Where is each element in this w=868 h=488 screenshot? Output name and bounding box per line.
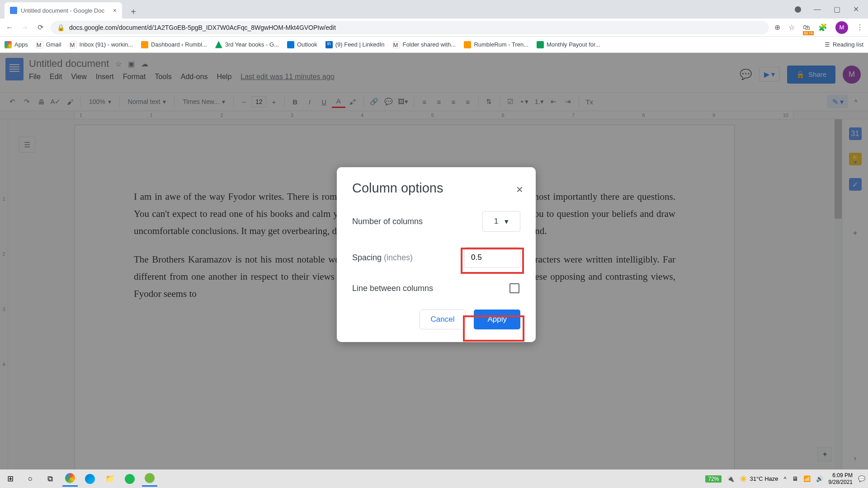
bookmark-item[interactable]: Apps <box>5 41 28 48</box>
line-between-checkbox[interactable] <box>509 283 519 293</box>
bookmark-item[interactable]: MInbox (91) - workin... <box>70 41 133 48</box>
tab-title: Untitled document - Google Doc <box>21 7 104 14</box>
star-icon[interactable]: ☆ <box>788 23 795 32</box>
dialog-title: Column options <box>352 181 520 196</box>
chrome-icon[interactable] <box>62 471 78 487</box>
account-indicator-icon[interactable] <box>795 6 801 13</box>
extensions-icon[interactable]: 🧩 <box>818 23 827 32</box>
url-input[interactable]: 🔒 docs.google.com/document/d/1A2TGoEB-5p… <box>51 21 769 34</box>
windows-taskbar: ⊞ ○ ⧉ 📁 72% 🔌 ☀️31°C Haze ^ 🖥 📶 🔊 6:09 P… <box>0 469 868 488</box>
maximize-icon[interactable]: ▢ <box>834 5 840 14</box>
display-icon[interactable]: 🖥 <box>792 475 798 482</box>
charging-icon: 🔌 <box>727 475 734 482</box>
spacing-input[interactable] <box>464 247 520 268</box>
line-between-label: Line between columns <box>352 284 433 293</box>
bookmark-item[interactable]: MFolder shared with... <box>393 41 456 48</box>
wifi-icon[interactable]: 📶 <box>803 475 811 482</box>
bookmark-item[interactable]: Outlook <box>287 41 317 48</box>
bookmark-item[interactable]: 3rd Year books - G... <box>215 41 279 48</box>
column-options-dialog: Column options × Number of columns 1▾ Sp… <box>337 167 536 342</box>
weather-widget[interactable]: ☀️31°C Haze <box>740 475 778 482</box>
clock[interactable]: 6:09 PM9/28/2021 <box>829 472 853 485</box>
bookmarks-bar: Apps MGmail MInbox (91) - workin... Dash… <box>0 37 868 53</box>
reading-list-button[interactable]: ☰Reading list <box>825 41 863 48</box>
tray-expand-icon[interactable]: ^ <box>784 475 787 482</box>
bookmark-item[interactable]: Monthly Payout for... <box>537 41 600 48</box>
docs-favicon <box>10 7 17 14</box>
torrent-icon[interactable] <box>142 471 157 487</box>
back-icon[interactable]: ← <box>5 23 14 33</box>
volume-icon[interactable]: 🔊 <box>816 475 823 482</box>
browser-tab[interactable]: Untitled document - Google Doc × <box>5 2 122 19</box>
cancel-button[interactable]: Cancel <box>420 310 466 329</box>
edge-icon[interactable] <box>82 471 98 487</box>
close-window-icon[interactable]: ✕ <box>853 5 859 14</box>
minimize-icon[interactable]: — <box>814 5 821 14</box>
apply-button[interactable]: Apply <box>474 310 520 329</box>
close-dialog-icon[interactable]: × <box>516 183 523 197</box>
spacing-label: Spacing (inches) <box>352 253 413 263</box>
bookmark-item[interactable]: Dashboard ‹ Rumbl... <box>141 41 207 48</box>
task-view-icon[interactable]: ⧉ <box>42 471 58 487</box>
chevron-down-icon: ▾ <box>505 217 509 226</box>
reload-icon[interactable]: ⟳ <box>35 23 45 33</box>
window-controls: — ▢ ✕ <box>795 0 868 19</box>
num-columns-label: Number of columns <box>352 217 423 226</box>
zoom-icon[interactable]: ⊕ <box>774 23 780 32</box>
battery-indicator[interactable]: 72% <box>705 475 722 483</box>
bookmark-item[interactable]: in(9) Feed | LinkedIn <box>326 41 385 48</box>
list-icon: ☰ <box>825 41 830 48</box>
notifications-icon[interactable]: 💬 <box>858 475 865 482</box>
start-icon[interactable]: ⊞ <box>3 471 18 487</box>
forward-icon[interactable]: → <box>20 23 30 33</box>
new-tab-button[interactable]: + <box>127 5 140 19</box>
kebab-menu-icon[interactable]: ⋮ <box>856 23 863 32</box>
search-icon[interactable]: ○ <box>23 471 38 487</box>
bookmark-item[interactable]: RumbleRum - Tren... <box>464 41 528 48</box>
spotify-icon[interactable] <box>122 471 137 487</box>
extension-icon[interactable]: 🛍BETA <box>803 23 810 32</box>
lock-icon: 🔒 <box>57 24 65 31</box>
browser-tab-strip: Untitled document - Google Doc × + — ▢ ✕ <box>0 0 868 19</box>
explorer-icon[interactable]: 📁 <box>102 471 118 487</box>
close-tab-icon[interactable]: × <box>113 7 117 14</box>
url-text: docs.google.com/document/d/1A2TGoEB-5pgB… <box>69 24 336 31</box>
num-columns-select[interactable]: 1▾ <box>482 211 520 232</box>
address-bar: ← → ⟳ 🔒 docs.google.com/document/d/1A2TG… <box>0 19 868 37</box>
bookmark-item[interactable]: MGmail <box>36 41 61 48</box>
profile-avatar[interactable]: M <box>835 21 848 34</box>
